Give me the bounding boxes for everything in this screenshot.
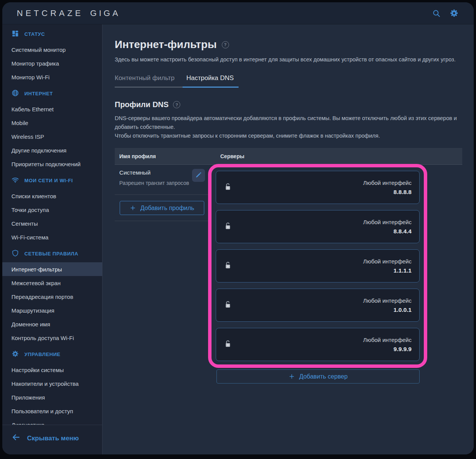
- server-ip: 1.0.0.1: [363, 307, 412, 313]
- sidebar-section-internet: ИНТЕРНЕТ: [2, 87, 102, 100]
- table-header-row: Имя профиля Серверы: [115, 148, 462, 165]
- sidebar-item-users-access[interactable]: Пользователи и доступ: [2, 404, 102, 418]
- wifi-icon: [11, 176, 19, 185]
- sidebar-item-wifi-system[interactable]: Wi-Fi-система: [2, 230, 102, 244]
- sidebar-section-label: УПРАВЛЕНИЕ: [24, 351, 61, 357]
- description-line: DNS-серверы вашего провайдера автоматиче…: [115, 114, 460, 132]
- sidebar-item-system-settings[interactable]: Настройки системы: [2, 363, 102, 377]
- brand-name: NETCRAZE: [17, 8, 83, 18]
- shield-icon: [11, 249, 19, 258]
- edit-profile-button[interactable]: [192, 169, 205, 182]
- sidebar-nav: СТАТУС Системный монитор Монитор трафика…: [2, 24, 102, 425]
- sidebar-item-diagnostics[interactable]: Диагностика: [2, 418, 102, 425]
- gear-outline-icon: [11, 350, 19, 359]
- page-subtitle: Здесь вы можете настроить безопасный дос…: [115, 56, 461, 63]
- sidebar-item-connection-priorities[interactable]: Приоритеты подключений: [2, 157, 102, 171]
- arrow-left-icon: [11, 433, 21, 444]
- column-header-profile-name: Имя профиля: [115, 153, 213, 159]
- brand-model: GIGA: [90, 8, 120, 18]
- sidebar-item-wifi-access-control[interactable]: Контроль доступа Wi-Fi: [2, 331, 102, 345]
- add-server-label: Добавить сервер: [299, 373, 348, 380]
- description-line: Чтобы отключить транзитные запросы к сто…: [115, 132, 460, 140]
- sidebar: СТАТУС Системный монитор Монитор трафика…: [2, 24, 103, 454]
- annotation-highlight-box: Любой интерфейс 8.8.8.8: [208, 164, 427, 368]
- sidebar-item-segments[interactable]: Сегменты: [2, 217, 102, 230]
- tab-content-filter[interactable]: Контентный фильтр: [115, 74, 183, 88]
- server-interface: Любой интерфейс: [363, 297, 412, 304]
- unlock-icon: [224, 261, 232, 271]
- search-icon[interactable]: [432, 9, 441, 18]
- server-ip: 1.1.1.1: [363, 267, 412, 274]
- sidebar-item-internet-filters[interactable]: Интернет-фильтры: [2, 262, 102, 276]
- server-ip: 9.9.9.9: [363, 346, 412, 353]
- sidebar-item-wifi-monitor[interactable]: Монитор Wi-Fi: [2, 70, 102, 84]
- servers-column: Любой интерфейс 8.8.8.8: [208, 165, 462, 384]
- dns-profiles-description: DNS-серверы вашего провайдера автоматиче…: [115, 114, 460, 140]
- sidebar-item-ethernet[interactable]: Кабель Ethernet: [2, 102, 102, 116]
- sidebar-item-routing[interactable]: Маршрутизация: [2, 303, 102, 317]
- server-interface: Любой интерфейс: [363, 219, 412, 225]
- tab-dns-settings[interactable]: Настройка DNS: [183, 74, 239, 88]
- dns-server-card[interactable]: Любой интерфейс 8.8.4.4: [216, 210, 420, 243]
- sidebar-section-network-rules: СЕТЕВЫЕ ПРАВИЛА: [2, 247, 102, 260]
- pencil-icon: [195, 172, 202, 180]
- sidebar-item-applications[interactable]: Приложения: [2, 390, 102, 404]
- unlock-icon: [224, 183, 232, 193]
- sidebar-item-domain-name[interactable]: Доменное имя: [2, 317, 102, 331]
- sidebar-section-management: УПРАВЛЕНИЕ: [2, 347, 102, 361]
- server-interface: Любой интерфейс: [363, 337, 412, 343]
- dns-server-card[interactable]: Любой интерфейс 8.8.8.8: [216, 171, 420, 204]
- sidebar-item-system-monitor[interactable]: Системный монитор: [2, 43, 102, 56]
- plus-icon: [130, 205, 136, 211]
- server-interface: Любой интерфейс: [363, 258, 412, 265]
- dns-server-card[interactable]: Любой интерфейс 1.0.0.1: [216, 289, 420, 322]
- collapse-menu-label: Скрывать меню: [27, 435, 79, 442]
- add-profile-label: Добавить профиль: [140, 205, 194, 212]
- brand-logo: NETCRAZE GIGA: [17, 8, 120, 18]
- plus-icon: [288, 373, 295, 380]
- unlock-icon: [224, 300, 232, 310]
- main-content: Интернет-фильтры ? Здесь вы можете настр…: [103, 24, 474, 454]
- add-profile-button[interactable]: Добавить профиль: [120, 201, 204, 215]
- sidebar-section-label: МОИ СЕТИ И WI-FI: [24, 178, 73, 183]
- sidebar-section-label: ИНТЕРНЕТ: [24, 91, 53, 96]
- dns-server-card[interactable]: Любой интерфейс 1.1.1.1: [216, 249, 420, 282]
- unlock-icon: [224, 340, 232, 350]
- dashboard-icon: [11, 30, 19, 39]
- dns-profiles-table: Имя профиля Серверы Системный Разрешен т…: [115, 148, 462, 384]
- sidebar-item-storage-devices[interactable]: Накопители и устройства: [2, 377, 102, 390]
- add-server-button[interactable]: Добавить сервер: [216, 369, 420, 384]
- help-icon[interactable]: ?: [173, 101, 180, 108]
- collapse-menu-button[interactable]: Скрывать меню: [2, 425, 102, 454]
- sidebar-item-wireless-isp[interactable]: Wireless ISP: [2, 130, 102, 143]
- sidebar-section-status: СТАТУС: [2, 27, 102, 41]
- sidebar-item-mobile[interactable]: Mobile: [2, 116, 102, 130]
- gear-icon[interactable]: [449, 9, 458, 18]
- sidebar-item-port-forwarding[interactable]: Переадресация портов: [2, 290, 102, 303]
- sidebar-section-label: СЕТЕВЫЕ ПРАВИЛА: [24, 251, 79, 257]
- column-header-servers: Серверы: [213, 153, 244, 159]
- server-ip: 8.8.8.8: [363, 189, 412, 196]
- sidebar-item-other-connections[interactable]: Другие подключения: [2, 143, 102, 157]
- sidebar-item-traffic-monitor[interactable]: Монитор трафика: [2, 56, 102, 70]
- unlock-icon: [224, 222, 232, 232]
- dns-server-card[interactable]: Любой интерфейс 9.9.9.9: [216, 328, 420, 361]
- sidebar-section-label: СТАТУС: [24, 31, 45, 37]
- topbar: NETCRAZE GIGA: [2, 2, 474, 24]
- divider: [115, 221, 208, 221]
- tab-bar: Контентный фильтр Настройка DNS: [115, 74, 461, 88]
- page-title: Интернет-фильтры: [115, 39, 217, 51]
- server-ip: 8.8.4.4: [363, 228, 412, 235]
- sidebar-item-access-points[interactable]: Точки доступа: [2, 203, 102, 217]
- profile-column: Системный Разрешен транзит запросов: [115, 165, 208, 221]
- server-interface: Любой интерфейс: [363, 180, 412, 186]
- sidebar-item-firewall[interactable]: Межсетевой экран: [2, 276, 102, 290]
- sidebar-section-my-networks: МОИ СЕТИ И WI-FI: [2, 173, 102, 187]
- globe-icon: [11, 89, 19, 98]
- sidebar-item-client-lists[interactable]: Списки клиентов: [2, 189, 102, 203]
- app-window: NETCRAZE GIGA: [2, 2, 474, 454]
- topbar-actions: [432, 9, 458, 18]
- profile-row-system: Системный Разрешен транзит запросов: [115, 165, 208, 195]
- dns-profiles-title: Профили DNS: [115, 100, 168, 109]
- help-icon[interactable]: ?: [222, 41, 229, 48]
